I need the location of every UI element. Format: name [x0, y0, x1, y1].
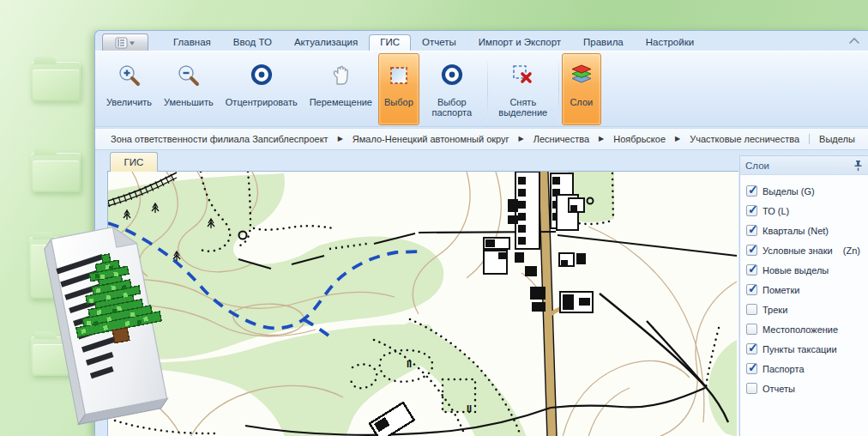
layer-item[interactable]: ТО (L)	[746, 201, 864, 221]
layer-label: Новые выделы	[763, 265, 829, 276]
layer-item[interactable]: Треки	[746, 300, 864, 319]
pin-icon[interactable]	[853, 160, 863, 172]
layers-button[interactable]: Слои	[562, 53, 601, 125]
clear-selection-icon	[509, 58, 537, 93]
layer-label: Паспорта	[763, 364, 805, 374]
button-label: Выбор	[384, 97, 413, 107]
breadcrumb-item[interactable]: Участковые лесничества	[690, 134, 799, 144]
ribbon-tab-gis[interactable]: ГИС	[369, 34, 411, 51]
select-marquee-icon	[386, 58, 412, 93]
layer-label: Треки	[763, 305, 787, 315]
document-tab-gis[interactable]: ГИС	[110, 152, 158, 172]
button-label: Выбор паспорта	[425, 97, 479, 118]
layer-label: Отчеты	[763, 384, 795, 394]
desktop-document-tree-icon[interactable]	[43, 218, 178, 436]
breadcrumb-arrow-icon: ▶	[519, 135, 524, 142]
svg-text:II: II	[467, 403, 472, 414]
ribbon-tab-nastroyki[interactable]: Настройки	[635, 34, 705, 51]
breadcrumb-item[interactable]: Лесничества	[533, 134, 589, 144]
layer-checkbox[interactable]	[746, 185, 757, 197]
layer-label: Условные знаки	[763, 245, 833, 256]
map-viewport: II II	[107, 171, 738, 436]
ribbon-group-separator	[558, 56, 559, 123]
application-menu-button[interactable]	[102, 33, 148, 51]
layer-checkbox[interactable]	[746, 245, 757, 256]
layer-checkbox[interactable]	[746, 343, 757, 354]
layer-label: Местоположение	[763, 324, 838, 335]
layer-item[interactable]: Пункты таксации	[746, 339, 864, 359]
map-canvas[interactable]: II II	[108, 172, 738, 436]
zoom-in-button[interactable]: Увеличить	[100, 53, 158, 125]
layer-item[interactable]: Пометки	[746, 280, 864, 300]
breadcrumb-item[interactable]: Зона ответственности филиала Запсиблеспр…	[111, 134, 329, 144]
layer-checkbox[interactable]	[746, 383, 757, 394]
ribbon-tab-bar: Главная Ввод ТО Актуализация ГИС Отчеты …	[95, 31, 868, 51]
button-label: Отцентрировать	[226, 97, 298, 107]
pan-button[interactable]: Перемещение	[304, 53, 378, 125]
ribbon-toolbar: Увеличить Уменьшить Отцентрировать	[95, 51, 868, 127]
layer-item[interactable]: Отчеты	[746, 378, 864, 398]
desktop: { "ribbon": { "tabs": [ {"label": "Главн…	[0, 0, 868, 436]
pan-hand-icon	[328, 58, 353, 93]
layer-checkbox[interactable]	[746, 324, 757, 335]
breadcrumb-item[interactable]: Ямало-Ненецкий автономный округ	[353, 134, 509, 144]
svg-text:II: II	[407, 359, 412, 369]
select-passport-target-icon	[439, 58, 465, 93]
breadcrumb-separator	[809, 134, 810, 144]
layer-checkbox[interactable]	[746, 264, 757, 276]
breadcrumb-arrow-icon: ▶	[599, 135, 604, 142]
layer-label: ТО (L)	[763, 206, 789, 216]
layers-list: Выделы (G) ТО (L) Кварталы (Net) Условны…	[740, 175, 868, 398]
layer-label: Кварталы (Net)	[763, 226, 829, 236]
select-passport-button[interactable]: Выбор паспорта	[419, 53, 485, 125]
breadcrumb-arrow-icon: ▶	[338, 135, 343, 142]
clear-selection-button[interactable]: Снять выделение	[491, 53, 556, 125]
center-target-icon	[249, 58, 274, 93]
select-button[interactable]: Выбор	[378, 53, 419, 125]
layer-checkbox[interactable]	[746, 284, 757, 295]
desktop-folder-icon[interactable]	[31, 153, 81, 192]
button-label: Снять выделение	[497, 97, 550, 118]
ribbon-tab-pravila[interactable]: Правила	[572, 34, 635, 51]
minimize-ribbon-chevron-icon[interactable]	[848, 36, 860, 45]
button-label: Уменьшить	[164, 97, 214, 107]
layer-item[interactable]: Кварталы (Net)	[746, 221, 864, 240]
layer-suffix-label: (Zn)	[843, 245, 864, 256]
button-label: Увеличить	[106, 97, 152, 107]
center-button[interactable]: Отцентрировать	[220, 53, 304, 125]
desktop-folder-icon[interactable]	[31, 62, 81, 101]
layer-label: Выделы (G)	[763, 186, 815, 197]
layer-checkbox[interactable]	[746, 205, 757, 216]
layer-label: Пункты таксации	[763, 344, 837, 354]
ribbon-tab-glavnaya[interactable]: Главная	[162, 34, 222, 51]
breadcrumb-arrow-icon: ▶	[675, 135, 680, 142]
layer-item[interactable]: Выделы (G)	[746, 181, 864, 201]
ribbon-tab-vvod-to[interactable]: Ввод ТО	[222, 34, 283, 51]
layers-icon	[568, 58, 595, 93]
button-label: Перемещение	[310, 97, 372, 107]
layer-label: Пометки	[763, 285, 799, 295]
breadcrumb: Зона ответственности филиала Запсиблеспр…	[95, 128, 868, 150]
ribbon-tab-otchety[interactable]: Отчеты	[411, 34, 467, 51]
layers-panel: Слои Выделы (G) ТО (L) Кварталы (Net) Ус…	[739, 155, 868, 436]
layer-item[interactable]: Новые выделы	[746, 260, 864, 280]
map-forest-areas	[108, 172, 737, 436]
app-window: Главная Ввод ТО Актуализация ГИС Отчеты …	[94, 30, 868, 436]
layer-checkbox[interactable]	[746, 225, 757, 236]
zoom-out-icon	[176, 58, 202, 93]
zoom-out-button[interactable]: Уменьшить	[158, 53, 220, 125]
layers-panel-header: Слои	[740, 156, 868, 175]
layer-item[interactable]: Местоположение	[746, 319, 864, 339]
layer-item[interactable]: Условные знаки (Zn)	[746, 240, 864, 260]
breadcrumb-item[interactable]: Ноябрьское	[613, 134, 666, 144]
ribbon-tab-import-export[interactable]: Импорт и Экспорт	[467, 34, 572, 51]
layer-checkbox[interactable]	[746, 304, 757, 315]
application-menu-icon	[113, 36, 137, 50]
layer-checkbox[interactable]	[746, 363, 757, 374]
layers-panel-title: Слои	[745, 160, 853, 171]
zoom-in-icon	[117, 58, 142, 93]
breadcrumb-current[interactable]: Выделы	[819, 134, 855, 144]
ribbon-tab-aktualizaciya[interactable]: Актуализация	[283, 34, 369, 51]
ribbon-group-separator	[487, 56, 488, 123]
layer-item[interactable]: Паспорта	[746, 359, 864, 378]
